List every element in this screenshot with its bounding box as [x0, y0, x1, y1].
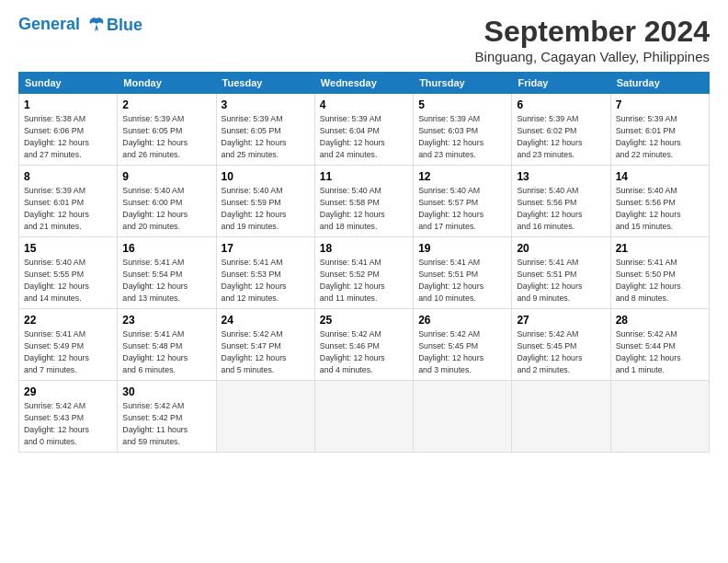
header-monday: Monday	[118, 73, 216, 94]
day-12: 12Sunrise: 5:40 AMSunset: 5:57 PMDayligh…	[414, 166, 512, 237]
header-wednesday: Wednesday	[314, 73, 413, 94]
logo: General Blue	[18, 15, 142, 35]
day-8: 8Sunrise: 5:39 AMSunset: 6:01 PMDaylight…	[19, 166, 118, 237]
location-title: Binguang, Cagayan Valley, Philippines	[475, 49, 710, 64]
day-30: 30Sunrise: 5:42 AMSunset: 5:42 PMDayligh…	[118, 381, 216, 453]
day-empty	[314, 381, 413, 453]
day-14: 14Sunrise: 5:40 AMSunset: 5:56 PMDayligh…	[610, 166, 709, 237]
day-27: 27Sunrise: 5:42 AMSunset: 5:45 PMDayligh…	[512, 309, 610, 381]
day-empty	[216, 381, 314, 453]
day-3: 3Sunrise: 5:39 AMSunset: 6:05 PMDaylight…	[216, 94, 314, 166]
day-22: 22Sunrise: 5:41 AMSunset: 5:49 PMDayligh…	[19, 309, 118, 381]
day-10: 10Sunrise: 5:40 AMSunset: 5:59 PMDayligh…	[216, 166, 314, 237]
day-21: 21Sunrise: 5:41 AMSunset: 5:50 PMDayligh…	[610, 237, 709, 309]
day-5: 5Sunrise: 5:39 AMSunset: 6:03 PMDaylight…	[414, 94, 512, 166]
week-row-0: 1Sunrise: 5:38 AMSunset: 6:06 PMDaylight…	[19, 94, 710, 166]
day-25: 25Sunrise: 5:42 AMSunset: 5:46 PMDayligh…	[314, 309, 413, 381]
day-11: 11Sunrise: 5:40 AMSunset: 5:58 PMDayligh…	[314, 166, 413, 237]
weekday-header-row: Sunday Monday Tuesday Wednesday Thursday…	[19, 73, 710, 94]
day-29: 29Sunrise: 5:42 AMSunset: 5:43 PMDayligh…	[19, 381, 118, 453]
day-empty	[414, 381, 512, 453]
day-empty	[610, 381, 709, 453]
header-thursday: Thursday	[414, 73, 512, 94]
day-16: 16Sunrise: 5:41 AMSunset: 5:54 PMDayligh…	[118, 237, 216, 309]
day-2: 2Sunrise: 5:39 AMSunset: 6:05 PMDaylight…	[118, 94, 216, 166]
calendar-page: General Blue September 2024 Binguang, Ca…	[0, 0, 728, 563]
header-sunday: Sunday	[19, 73, 118, 94]
day-28: 28Sunrise: 5:42 AMSunset: 5:44 PMDayligh…	[610, 309, 709, 381]
day-6: 6Sunrise: 5:39 AMSunset: 6:02 PMDaylight…	[512, 94, 610, 166]
day-7: 7Sunrise: 5:39 AMSunset: 6:01 PMDaylight…	[610, 94, 709, 166]
month-title: September 2024	[475, 15, 710, 49]
header-saturday: Saturday	[610, 73, 709, 94]
week-row-2: 15Sunrise: 5:40 AMSunset: 5:55 PMDayligh…	[19, 237, 710, 309]
day-4: 4Sunrise: 5:39 AMSunset: 6:04 PMDaylight…	[314, 94, 413, 166]
day-18: 18Sunrise: 5:41 AMSunset: 5:52 PMDayligh…	[314, 237, 413, 309]
header-friday: Friday	[512, 73, 610, 94]
day-23: 23Sunrise: 5:41 AMSunset: 5:48 PMDayligh…	[118, 309, 216, 381]
calendar-table: Sunday Monday Tuesday Wednesday Thursday…	[18, 72, 710, 453]
week-row-3: 22Sunrise: 5:41 AMSunset: 5:49 PMDayligh…	[19, 309, 710, 381]
logo-blue: Blue	[107, 17, 142, 35]
title-block: September 2024 Binguang, Cagayan Valley,…	[475, 15, 710, 64]
header: General Blue September 2024 Binguang, Ca…	[18, 15, 710, 64]
day-9: 9Sunrise: 5:40 AMSunset: 6:00 PMDaylight…	[118, 166, 216, 237]
logo-bird-icon	[86, 15, 107, 35]
day-13: 13Sunrise: 5:40 AMSunset: 5:56 PMDayligh…	[512, 166, 610, 237]
day-24: 24Sunrise: 5:42 AMSunset: 5:47 PMDayligh…	[216, 309, 314, 381]
logo-general: General	[18, 15, 80, 33]
day-empty	[512, 381, 610, 453]
week-row-4: 29Sunrise: 5:42 AMSunset: 5:43 PMDayligh…	[19, 381, 710, 453]
day-15: 15Sunrise: 5:40 AMSunset: 5:55 PMDayligh…	[19, 237, 118, 309]
header-tuesday: Tuesday	[216, 73, 314, 94]
day-1: 1Sunrise: 5:38 AMSunset: 6:06 PMDaylight…	[19, 94, 118, 166]
week-row-1: 8Sunrise: 5:39 AMSunset: 6:01 PMDaylight…	[19, 166, 710, 237]
day-26: 26Sunrise: 5:42 AMSunset: 5:45 PMDayligh…	[414, 309, 512, 381]
day-19: 19Sunrise: 5:41 AMSunset: 5:51 PMDayligh…	[414, 237, 512, 309]
day-20: 20Sunrise: 5:41 AMSunset: 5:51 PMDayligh…	[512, 237, 610, 309]
day-17: 17Sunrise: 5:41 AMSunset: 5:53 PMDayligh…	[216, 237, 314, 309]
